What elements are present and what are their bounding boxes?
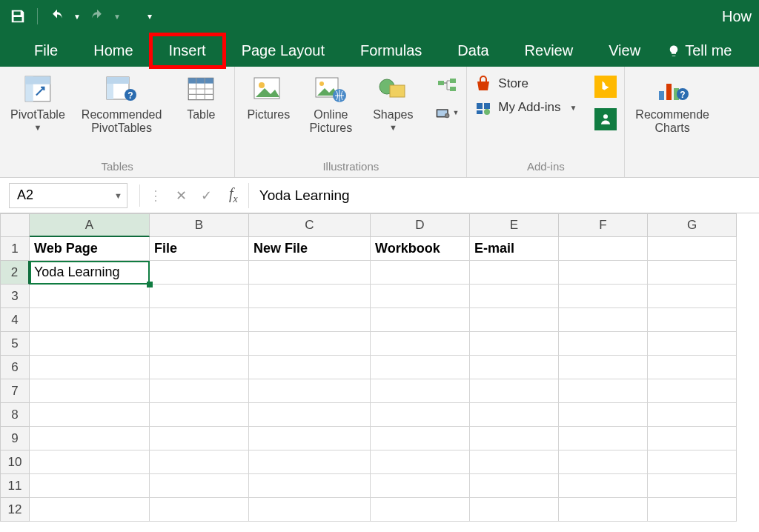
cell-G1[interactable] xyxy=(648,237,737,261)
cell-C11[interactable] xyxy=(249,474,371,498)
shapes-button[interactable]: Shapes ▼ xyxy=(367,71,419,133)
cell-G9[interactable] xyxy=(648,427,737,450)
smartart-button[interactable] xyxy=(435,74,459,98)
row-header-12[interactable]: 12 xyxy=(0,498,30,522)
cell-F8[interactable] xyxy=(559,403,648,427)
cell-B12[interactable] xyxy=(150,498,249,522)
cell-B10[interactable] xyxy=(150,450,249,474)
cell-E2[interactable] xyxy=(470,261,559,285)
cell-A2[interactable]: Yoda Learning xyxy=(30,261,150,285)
online-pictures-button[interactable]: OnlinePictures xyxy=(305,71,357,137)
tab-file[interactable]: File xyxy=(16,35,76,67)
tab-insert[interactable]: Insert xyxy=(151,35,224,67)
cell-A6[interactable] xyxy=(30,356,150,379)
col-header-C[interactable]: C xyxy=(249,213,371,237)
row-header-8[interactable]: 8 xyxy=(0,403,30,427)
redo-icon[interactable] xyxy=(87,6,107,27)
cell-A4[interactable] xyxy=(30,308,150,332)
cell-E10[interactable] xyxy=(470,450,559,474)
cell-F5[interactable] xyxy=(559,332,648,356)
formula-options-icon[interactable]: ⋮ xyxy=(143,183,168,208)
cell-C1[interactable]: New File xyxy=(249,237,371,261)
cell-B4[interactable] xyxy=(150,308,249,332)
cell-G3[interactable] xyxy=(648,285,737,308)
cancel-icon[interactable]: ✕ xyxy=(168,183,193,208)
cell-A11[interactable] xyxy=(30,474,150,498)
cell-C4[interactable] xyxy=(249,308,371,332)
recommended-charts-button[interactable]: ? RecommendeCharts xyxy=(632,71,712,137)
cell-D7[interactable] xyxy=(371,379,470,403)
bing-maps-button[interactable] xyxy=(594,76,617,98)
cell-G5[interactable] xyxy=(648,332,737,356)
cell-B2[interactable] xyxy=(150,261,249,285)
cell-G2[interactable] xyxy=(648,261,737,285)
tab-page-layout[interactable]: Page Layout xyxy=(224,35,342,67)
row-header-4[interactable]: 4 xyxy=(0,308,30,332)
cell-F10[interactable] xyxy=(559,450,648,474)
cell-G12[interactable] xyxy=(648,498,737,522)
cell-G8[interactable] xyxy=(648,403,737,427)
formula-input[interactable]: Yoda Learning xyxy=(248,183,759,208)
cell-B3[interactable] xyxy=(150,285,249,308)
cell-F1[interactable] xyxy=(559,237,648,261)
cell-F11[interactable] xyxy=(559,474,648,498)
fx-icon[interactable]: fx xyxy=(229,185,238,205)
select-all-corner[interactable] xyxy=(0,213,30,237)
row-header-11[interactable]: 11 xyxy=(0,474,30,498)
row-header-1[interactable]: 1 xyxy=(0,237,30,261)
col-header-B[interactable]: B xyxy=(150,213,249,237)
qat-customize-icon[interactable]: ▾ xyxy=(148,11,152,21)
cell-G11[interactable] xyxy=(648,474,737,498)
people-graph-button[interactable] xyxy=(594,108,617,130)
cell-A3[interactable] xyxy=(30,285,150,308)
enter-icon[interactable]: ✓ xyxy=(193,183,219,208)
cell-F6[interactable] xyxy=(559,356,648,379)
tab-formulas[interactable]: Formulas xyxy=(342,35,440,67)
col-header-F[interactable]: F xyxy=(559,213,648,237)
cell-C2[interactable] xyxy=(249,261,371,285)
cell-E5[interactable] xyxy=(470,332,559,356)
cell-E3[interactable] xyxy=(470,285,559,308)
cell-G7[interactable] xyxy=(648,379,737,403)
cell-B8[interactable] xyxy=(150,403,249,427)
cell-C3[interactable] xyxy=(249,285,371,308)
cell-D8[interactable] xyxy=(371,403,470,427)
cell-F9[interactable] xyxy=(559,427,648,450)
save-icon[interactable] xyxy=(7,6,28,27)
tell-me-search[interactable]: Tell me xyxy=(658,35,740,67)
cell-A1[interactable]: Web Page xyxy=(30,237,150,261)
cell-D4[interactable] xyxy=(371,308,470,332)
tab-data[interactable]: Data xyxy=(440,35,506,67)
cell-C9[interactable] xyxy=(249,427,371,450)
screenshot-button[interactable]: ▼ xyxy=(435,101,459,124)
cell-D1[interactable]: Workbook xyxy=(371,237,470,261)
cell-C12[interactable] xyxy=(249,498,371,522)
cell-C5[interactable] xyxy=(249,332,371,356)
cell-B9[interactable] xyxy=(150,427,249,450)
col-header-E[interactable]: E xyxy=(470,213,559,237)
col-header-G[interactable]: G xyxy=(648,213,737,237)
cell-E12[interactable] xyxy=(470,498,559,522)
cell-F7[interactable] xyxy=(559,379,648,403)
undo-dropdown-icon[interactable]: ▼ xyxy=(73,13,81,21)
cell-E7[interactable] xyxy=(470,379,559,403)
cell-B1[interactable]: File xyxy=(150,237,249,261)
tab-view[interactable]: View xyxy=(591,35,658,67)
cell-E6[interactable] xyxy=(470,356,559,379)
cell-D5[interactable] xyxy=(371,332,470,356)
tab-review[interactable]: Review xyxy=(507,35,591,67)
table-button[interactable]: Table xyxy=(175,71,227,123)
cell-G4[interactable] xyxy=(648,308,737,332)
cell-D9[interactable] xyxy=(371,427,470,450)
cell-A9[interactable] xyxy=(30,427,150,450)
undo-icon[interactable] xyxy=(47,6,67,27)
cell-F4[interactable] xyxy=(559,308,648,332)
row-header-6[interactable]: 6 xyxy=(0,356,30,379)
cell-B11[interactable] xyxy=(150,474,249,498)
cell-D12[interactable] xyxy=(371,498,470,522)
store-button[interactable]: Store xyxy=(474,76,528,92)
row-header-3[interactable]: 3 xyxy=(0,285,30,308)
cell-E11[interactable] xyxy=(470,474,559,498)
row-header-2[interactable]: 2 xyxy=(0,261,30,285)
cell-A10[interactable] xyxy=(30,450,150,474)
